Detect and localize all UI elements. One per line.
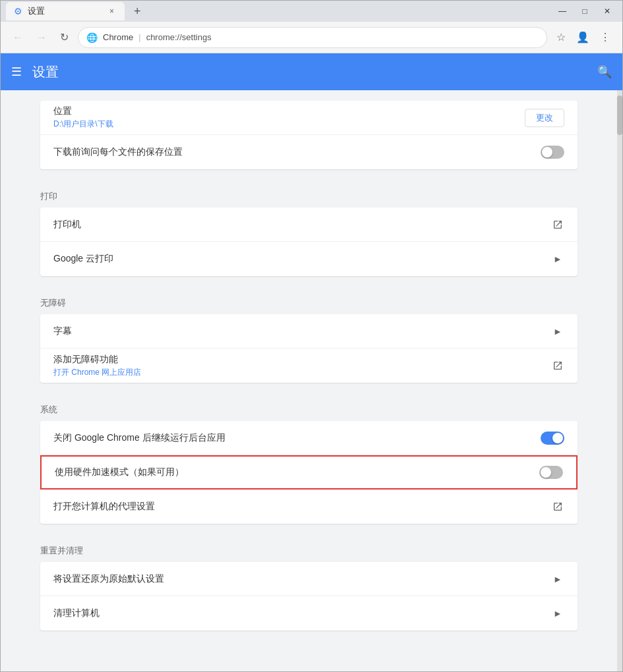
hamburger-menu-icon[interactable]: ☰ (11, 65, 22, 79)
clean-computer-arrow-icon: ► (551, 607, 564, 620)
restore-settings-row[interactable]: 将设置还原为原始默认设置 ► (40, 562, 578, 596)
account-button[interactable]: 👤 (572, 28, 593, 46)
refresh-button[interactable]: ↻ (56, 28, 73, 46)
cloud-print-row[interactable]: Google 云打印 ► (40, 242, 578, 276)
background-apps-toggle-knob (552, 433, 563, 443)
captions-arrow-icon: ► (551, 325, 564, 338)
minimize-button[interactable]: — (552, 5, 572, 18)
section-reset: 重置并清理 将设置还原为原始默认设置 ► 清理计算机 ► (40, 540, 578, 630)
reset-section-title: 重置并清理 (40, 540, 578, 557)
location-label: 位置 (53, 105, 525, 117)
ask-download-text: 下载前询问每个文件的保存位置 (53, 146, 541, 158)
background-apps-label: 关闭 Google Chrome 后继续运行后台应用 (53, 432, 541, 444)
ask-download-label: 下载前询问每个文件的保存位置 (53, 146, 541, 158)
maximize-button[interactable]: □ (575, 5, 595, 18)
ask-download-row: 下载前询问每个文件的保存位置 (40, 135, 578, 169)
proxy-settings-text: 打开您计算机的代理设置 (53, 501, 551, 513)
restore-settings-label: 将设置还原为原始默认设置 (53, 573, 551, 585)
system-card: 关闭 Google Chrome 后继续运行后台应用 使用硬件加速模式（如果可用… (40, 421, 578, 524)
scrollbar-thumb[interactable] (617, 96, 622, 135)
address-bar: ← → ↻ 🌐 Chrome | chrome://settings ☆ 👤 ⋮ (1, 22, 622, 53)
add-accessibility-row[interactable]: 添加无障碍功能 打开 Chrome 网上应用店 (40, 349, 578, 383)
hardware-acceleration-row: 使用硬件加速模式（如果可用） (40, 455, 578, 490)
forward-button[interactable]: → (32, 29, 51, 46)
system-section-title: 系统 (40, 399, 578, 416)
section-print: 打印 打印机 Google 云打印 (40, 185, 578, 276)
search-icon[interactable]: 🔍 (597, 65, 612, 79)
reset-card: 将设置还原为原始默认设置 ► 清理计算机 ► (40, 562, 578, 630)
add-accessibility-text: 添加无障碍功能 打开 Chrome 网上应用店 (53, 354, 551, 378)
close-tab-button[interactable]: × (107, 5, 117, 17)
cloud-print-label: Google 云打印 (53, 253, 551, 265)
hardware-acceleration-toggle-knob (541, 467, 551, 478)
print-section-title: 打印 (40, 185, 578, 202)
accessibility-section-title: 无障碍 (40, 292, 578, 309)
clean-computer-row[interactable]: 清理计算机 ► (40, 596, 578, 630)
captions-label: 字幕 (53, 325, 551, 337)
toggle-knob (542, 147, 552, 157)
browser-tab[interactable]: ⚙ 设置 × (6, 2, 125, 20)
page-title: 设置 (32, 63, 597, 81)
location-row: 位置 D:\用户目录\下载 更改 (40, 101, 578, 135)
ask-download-toggle[interactable] (541, 146, 564, 159)
print-card: 打印机 Google 云打印 ► (40, 208, 578, 276)
restore-settings-arrow-icon: ► (551, 573, 564, 586)
scrollbar-track[interactable] (617, 90, 622, 671)
captions-text: 字幕 (53, 325, 551, 337)
app-header: ☰ 设置 🔍 (1, 53, 622, 90)
url-path: chrome://settings (146, 32, 212, 42)
url-bar[interactable]: 🌐 Chrome | chrome://settings (78, 27, 547, 48)
title-bar: ⚙ 设置 × + — □ ✕ (1, 1, 622, 22)
cloud-print-text: Google 云打印 (53, 253, 551, 265)
location-path: D:\用户目录\下载 (53, 119, 525, 130)
url-favicon: 🌐 (86, 32, 98, 43)
section-accessibility: 无障碍 字幕 ► 添加无障碍功能 打开 Chrome 网上应用店 (40, 292, 578, 383)
add-accessibility-label: 添加无障碍功能 (53, 354, 551, 366)
add-accessibility-sublabel: 打开 Chrome 网上应用店 (53, 367, 551, 378)
change-location-button[interactable]: 更改 (525, 109, 564, 127)
background-apps-row: 关闭 Google Chrome 后继续运行后台应用 (40, 421, 578, 455)
printer-row[interactable]: 打印机 (40, 208, 578, 242)
hardware-acceleration-text: 使用硬件加速模式（如果可用） (55, 466, 539, 478)
settings-area: 位置 D:\用户目录\下载 更改 下载前询问每个文件的保存位置 (1, 90, 617, 671)
site-name: Chrome (103, 32, 133, 42)
printer-external-icon (551, 218, 564, 231)
close-window-button[interactable]: ✕ (597, 5, 617, 18)
window-controls: — □ ✕ (552, 5, 617, 18)
cloud-print-arrow-icon: ► (551, 252, 564, 266)
proxy-settings-label: 打开您计算机的代理设置 (53, 501, 551, 513)
section-download: 位置 D:\用户目录\下载 更改 下载前询问每个文件的保存位置 (40, 101, 578, 169)
bookmark-button[interactable]: ☆ (552, 28, 570, 46)
hardware-acceleration-label: 使用硬件加速模式（如果可用） (55, 466, 539, 478)
captions-row[interactable]: 字幕 ► (40, 314, 578, 349)
printer-label: 打印机 (53, 219, 551, 231)
clean-computer-text: 清理计算机 (53, 607, 551, 619)
back-button[interactable]: ← (9, 29, 27, 46)
url-separator: | (138, 32, 140, 42)
proxy-external-icon (551, 500, 564, 513)
hardware-acceleration-toggle[interactable] (539, 466, 563, 479)
accessibility-card: 字幕 ► 添加无障碍功能 打开 Chrome 网上应用店 (40, 314, 578, 383)
download-card: 位置 D:\用户目录\下载 更改 下载前询问每个文件的保存位置 (40, 101, 578, 169)
chrome-menu-button[interactable]: ⋮ (596, 28, 614, 46)
restore-settings-text: 将设置还原为原始默认设置 (53, 573, 551, 585)
printer-text: 打印机 (53, 219, 551, 231)
proxy-settings-row[interactable]: 打开您计算机的代理设置 (40, 490, 578, 524)
tab-favicon: ⚙ (14, 6, 22, 16)
tab-title: 设置 (28, 5, 45, 17)
clean-computer-label: 清理计算机 (53, 607, 551, 619)
background-apps-toggle[interactable] (541, 432, 564, 445)
location-text: 位置 D:\用户目录\下载 (53, 105, 525, 130)
background-apps-text: 关闭 Google Chrome 后继续运行后台应用 (53, 432, 541, 444)
main-content: 位置 D:\用户目录\下载 更改 下载前询问每个文件的保存位置 (1, 90, 622, 671)
address-actions: ☆ 👤 ⋮ (552, 28, 614, 46)
section-system: 系统 关闭 Google Chrome 后继续运行后台应用 使用硬件加速模式（如… (40, 399, 578, 524)
accessibility-external-icon (551, 359, 564, 372)
new-tab-button[interactable]: + (130, 3, 145, 20)
